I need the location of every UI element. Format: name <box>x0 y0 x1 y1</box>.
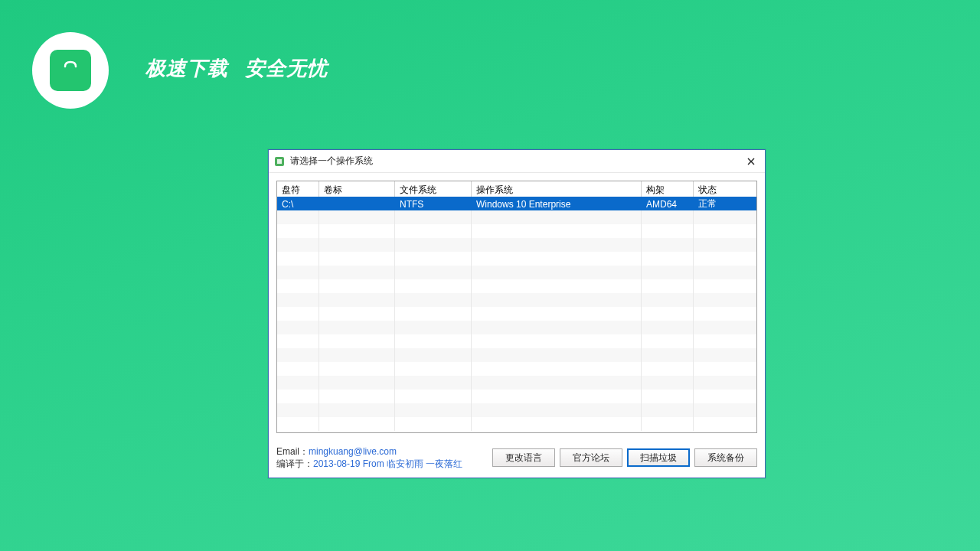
table-row[interactable] <box>277 417 756 431</box>
table-row[interactable] <box>277 403 756 417</box>
footer-buttons: 更改语言 官方论坛 扫描垃圾 系统备份 <box>492 448 757 467</box>
cell-os <box>472 238 642 252</box>
col-header-fs[interactable]: 文件系统 <box>395 181 472 197</box>
cell-arch <box>642 321 694 334</box>
cell-label <box>319 348 395 362</box>
table-row[interactable] <box>277 348 756 362</box>
cell-drive <box>277 266 319 279</box>
table-row[interactable]: C:\NTFSWindows 10 EnterpriseAMD64正常 <box>277 197 756 210</box>
cell-label <box>319 417 395 431</box>
cell-fs <box>395 210 472 224</box>
compiled-value: 2013-08-19 From 临安初雨 一夜落红 <box>313 458 462 469</box>
cell-arch <box>642 403 694 417</box>
table-row[interactable] <box>277 321 756 334</box>
cell-status <box>694 252 755 266</box>
table-row[interactable] <box>277 238 756 252</box>
cell-os <box>472 334 642 348</box>
cell-arch <box>642 238 694 252</box>
table-row[interactable] <box>277 307 756 321</box>
cell-arch <box>642 279 694 293</box>
table-row[interactable] <box>277 390 756 403</box>
cell-os <box>472 390 642 403</box>
cell-os <box>472 266 642 279</box>
cell-status <box>694 348 755 362</box>
table-row[interactable] <box>277 279 756 293</box>
cell-fs <box>395 293 472 307</box>
cell-os <box>472 224 642 238</box>
col-header-drive[interactable]: 盘符 <box>277 181 319 197</box>
email-label: Email： <box>276 446 309 457</box>
cell-arch <box>642 307 694 321</box>
cell-status <box>694 362 755 376</box>
cell-os <box>472 348 642 362</box>
cell-drive <box>277 348 319 362</box>
cell-status <box>694 266 755 279</box>
email-link[interactable]: mingkuang@live.com <box>309 446 397 457</box>
cell-status: 正常 <box>694 197 755 210</box>
table-row[interactable] <box>277 293 756 307</box>
cell-status <box>694 210 755 224</box>
cell-fs <box>395 348 472 362</box>
slogan-part1: 极速下载 <box>145 57 228 80</box>
cell-arch: AMD64 <box>642 197 694 210</box>
table-row[interactable] <box>277 210 756 224</box>
table-row[interactable] <box>277 252 756 266</box>
window-title: 请选择一个操作系统 <box>290 155 742 168</box>
cell-arch <box>642 417 694 431</box>
cell-label <box>319 403 395 417</box>
scan-junk-button[interactable]: 扫描垃圾 <box>627 448 690 467</box>
cell-fs <box>395 334 472 348</box>
cell-drive <box>277 362 319 376</box>
window-footer: Email：mingkuang@live.com 编译于：2013-08-19 … <box>269 441 765 478</box>
logo-badge <box>32 32 109 109</box>
close-icon <box>747 158 755 165</box>
cell-label <box>319 307 395 321</box>
col-header-label[interactable]: 卷标 <box>319 181 395 197</box>
cell-os <box>472 307 642 321</box>
cell-arch <box>642 266 694 279</box>
cell-label <box>319 390 395 403</box>
official-forum-button[interactable]: 官方论坛 <box>560 448 622 467</box>
cell-drive <box>277 238 319 252</box>
table-row[interactable] <box>277 224 756 238</box>
cell-status <box>694 293 755 307</box>
col-header-os[interactable]: 操作系统 <box>472 181 642 197</box>
dialog-window: 请选择一个操作系统 盘符 卷标 文件系统 操作系统 构架 状态 C:\NTFSW… <box>268 149 766 478</box>
table-body: C:\NTFSWindows 10 EnterpriseAMD64正常 <box>277 197 756 433</box>
cell-arch <box>642 376 694 390</box>
cell-fs <box>395 252 472 266</box>
cell-arch <box>642 362 694 376</box>
cell-drive <box>277 334 319 348</box>
svg-rect-1 <box>277 159 282 164</box>
cell-drive <box>277 279 319 293</box>
cell-drive <box>277 210 319 224</box>
cell-os <box>472 417 642 431</box>
cell-status <box>694 307 755 321</box>
cell-fs: NTFS <box>395 197 472 210</box>
cell-os <box>472 376 642 390</box>
cell-drive <box>277 224 319 238</box>
table-row[interactable] <box>277 362 756 376</box>
cell-fs <box>395 279 472 293</box>
cell-status <box>694 417 755 431</box>
cell-fs <box>395 224 472 238</box>
cell-os <box>472 252 642 266</box>
cell-os <box>472 210 642 224</box>
cell-fs <box>395 403 472 417</box>
col-header-arch[interactable]: 构架 <box>642 181 694 197</box>
cell-fs <box>395 390 472 403</box>
os-table: 盘符 卷标 文件系统 操作系统 构架 状态 C:\NTFSWindows 10 … <box>276 181 757 433</box>
cell-label <box>319 321 395 334</box>
table-row[interactable] <box>277 266 756 279</box>
cell-status <box>694 279 755 293</box>
table-row[interactable] <box>277 376 756 390</box>
close-button[interactable] <box>742 154 760 169</box>
col-header-status[interactable]: 状态 <box>694 181 755 197</box>
table-row[interactable] <box>277 334 756 348</box>
cell-label <box>319 238 395 252</box>
change-language-button[interactable]: 更改语言 <box>492 448 555 467</box>
slogan: 极速下载安全无忧 <box>145 55 345 82</box>
system-backup-button[interactable]: 系统备份 <box>694 448 757 467</box>
cell-fs <box>395 321 472 334</box>
cell-fs <box>395 376 472 390</box>
